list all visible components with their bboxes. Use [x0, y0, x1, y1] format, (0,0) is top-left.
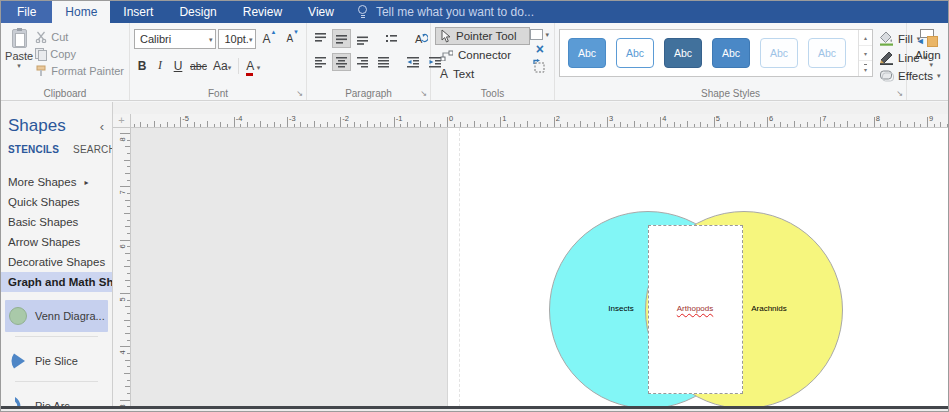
ribbon-tab-bar: File HomeInsertDesignReviewView Tell me …: [1, 1, 948, 23]
stencil-item-venn-diagra[interactable]: Venn Diagra...: [5, 300, 108, 332]
group-label-shape-styles: Shape Styles: [555, 88, 906, 99]
tab-view[interactable]: View: [295, 1, 347, 23]
horizontal-ruler: -5-4-3-2-10123456789: [131, 114, 948, 128]
tab-home[interactable]: Home: [52, 1, 110, 23]
change-case-button[interactable]: Aa▾: [211, 58, 233, 74]
stencil-nav-quick-shapes[interactable]: Quick Shapes: [1, 192, 112, 212]
cut-label: Cut: [51, 31, 68, 43]
shapes-panel-title: Shapes: [8, 116, 98, 136]
font-size-select[interactable]: 10pt. ▾: [218, 29, 256, 49]
align-left-button[interactable]: [311, 53, 330, 71]
bullets-button[interactable]: [382, 29, 401, 48]
group-label-paragraph: Paragraph: [307, 88, 430, 99]
shape-style-swatch-5[interactable]: Abc: [760, 38, 798, 68]
h-ruler-label: 7: [822, 114, 826, 123]
shape-style-swatch-2[interactable]: Abc: [616, 38, 654, 68]
font-family-select[interactable]: Calibri ▾: [134, 29, 216, 49]
font-size-value: 10pt.: [224, 33, 248, 45]
stencil-list-divider: [15, 381, 98, 382]
justify-button[interactable]: [374, 53, 393, 71]
italic-button[interactable]: I: [152, 57, 168, 74]
h-ruler-label: -4: [236, 114, 243, 123]
tab-design[interactable]: Design: [166, 1, 229, 23]
gallery-scroll-up-icon[interactable]: ▴: [859, 30, 872, 45]
format-painter-button[interactable]: Format Painter: [33, 64, 126, 78]
shrink-font-button[interactable]: A▼: [282, 33, 303, 44]
shape-styles-dialog-launcher-icon[interactable]: ↘: [896, 90, 903, 98]
tab-search[interactable]: SEARCH: [73, 144, 113, 155]
font-color-button[interactable]: A ▾: [244, 59, 262, 73]
valign-bottom-button[interactable]: [353, 29, 372, 48]
gallery-scroll-down-icon[interactable]: ▾: [859, 45, 872, 61]
venn-right-label: Arachnids: [724, 304, 814, 314]
underline-button[interactable]: U: [170, 58, 186, 74]
h-ruler-label: -1: [396, 114, 403, 123]
shape-style-swatch-3[interactable]: Abc: [664, 38, 702, 68]
stencil-list-divider: [15, 336, 98, 337]
stencil-nav-graph-and-math-shap[interactable]: Graph and Math Shap...: [1, 272, 112, 292]
paste-button[interactable]: Paste ▾: [5, 27, 33, 87]
paste-label: Paste: [5, 50, 33, 62]
shape-style-swatch-6[interactable]: Abc: [808, 38, 846, 68]
v-ruler-label: 4: [117, 351, 126, 355]
clipboard-buttons: Cut Copy Format Painter: [33, 27, 126, 87]
align-right-button[interactable]: [353, 53, 372, 71]
group-label-clipboard: Clipboard: [1, 88, 129, 99]
gallery-more-icon[interactable]: ▾: [859, 60, 872, 76]
tab-review[interactable]: Review: [230, 1, 295, 23]
group-tools: Pointer Tool Connector A Text ▾ × Tools: [431, 23, 555, 100]
collapse-panel-icon[interactable]: ‹: [98, 119, 106, 134]
text-tool-button[interactable]: A Text: [435, 65, 530, 83]
h-ruler-label: 9: [929, 114, 933, 123]
h-ruler-label: 2: [556, 114, 560, 123]
tab-insert[interactable]: Insert: [110, 1, 166, 23]
tell-me-box[interactable]: Tell me what you want to do...: [357, 1, 534, 23]
font-color-glyph: A: [246, 59, 253, 76]
align-button[interactable]: ◄ Align ▾: [915, 27, 941, 68]
format-painter-icon: [35, 65, 47, 77]
strikethrough-button[interactable]: abc: [188, 59, 209, 73]
grow-font-button[interactable]: A▲: [258, 32, 280, 46]
tell-me-text: Tell me what you want to do...: [376, 5, 534, 19]
align-center-button[interactable]: [332, 53, 351, 71]
text-direction-button[interactable]: A: [411, 29, 431, 48]
valign-middle-button[interactable]: [332, 29, 351, 48]
stencil-nav-basic-shapes[interactable]: Basic Shapes: [1, 212, 112, 232]
connection-point-button[interactable]: ×: [536, 43, 544, 56]
text-block-button[interactable]: [532, 59, 547, 74]
connector-button[interactable]: Connector: [435, 47, 530, 63]
stencil-nav-decorative-shapes[interactable]: Decorative Shapes: [1, 252, 112, 272]
tab-stencils[interactable]: STENCILS: [8, 144, 59, 155]
stencil-item-pie-arc[interactable]: Pie Arc: [5, 390, 108, 407]
rectangle-tool-dropdown[interactable]: ▾: [530, 29, 549, 40]
stencil-item-pie-slice[interactable]: Pie Slice: [5, 345, 108, 377]
paragraph-dialog-launcher-icon[interactable]: ↘: [420, 90, 427, 98]
bold-button[interactable]: B: [134, 58, 150, 74]
cut-button[interactable]: Cut: [33, 30, 126, 44]
svg-text:A: A: [415, 33, 423, 45]
shape-style-swatch-4[interactable]: Abc: [712, 38, 750, 68]
paste-icon: [12, 29, 27, 48]
valign-top-button[interactable]: [311, 29, 330, 48]
chevron-down-icon: ▾: [249, 36, 253, 43]
h-ruler-label: 1: [502, 114, 506, 123]
drawing-canvas[interactable]: Insects Arthopods Arachnids: [131, 128, 948, 407]
v-ruler-label: 8: [117, 137, 126, 141]
decrease-indent-button[interactable]: [403, 53, 423, 71]
copy-button[interactable]: Copy: [33, 47, 126, 61]
stencil-item-label: Pie Slice: [35, 355, 78, 367]
font-dialog-launcher-icon[interactable]: ↘: [296, 90, 303, 98]
connector-icon: [440, 49, 453, 61]
shrink-font-glyph: A: [286, 34, 293, 45]
stencil-shape-list: Venn Diagra...Pie SlicePie Arc: [1, 300, 112, 407]
h-ruler-label: -2: [342, 114, 349, 123]
pointer-tool-button[interactable]: Pointer Tool: [435, 27, 530, 45]
group-clipboard: Paste ▾ Cut Copy Format Painter Clipboar…: [1, 23, 130, 100]
copy-icon: [35, 48, 46, 60]
shape-style-swatch-1[interactable]: Abc: [568, 38, 606, 68]
tab-file[interactable]: File: [1, 1, 52, 23]
nav-arrow-icon: ▸: [84, 178, 88, 187]
stencil-nav-arrow-shapes[interactable]: Arrow Shapes: [1, 232, 112, 252]
stencil-nav-more-shapes[interactable]: More Shapes▸: [1, 172, 112, 192]
ribbon-tab-list: HomeInsertDesignReviewView: [52, 1, 347, 23]
